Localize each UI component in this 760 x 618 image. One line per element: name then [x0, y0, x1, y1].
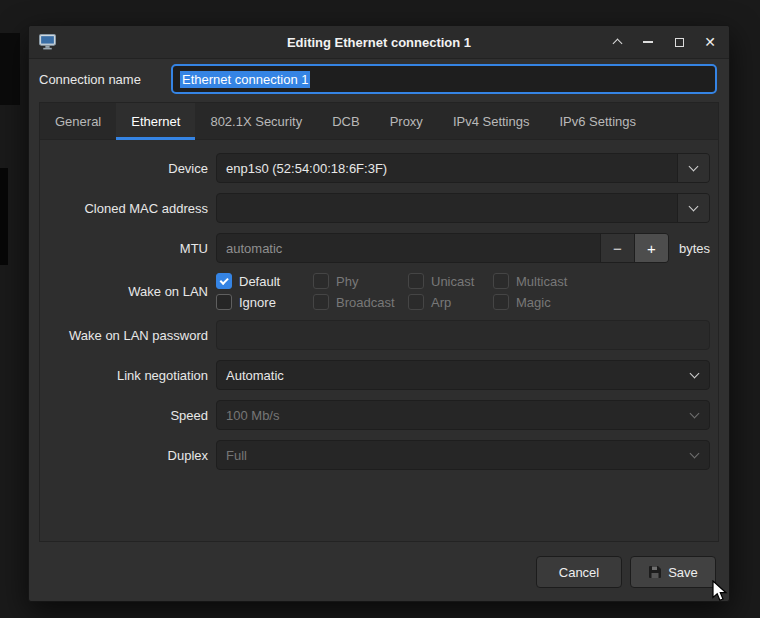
tab-bar: General Ethernet 802.1X Security DCB Pro… [40, 103, 718, 140]
maximize-button[interactable] [670, 33, 688, 51]
mtu-value[interactable]: automatic [217, 234, 600, 262]
checkbox-icon [408, 273, 424, 289]
wol-password-label: Wake on LAN password [48, 328, 208, 343]
wol-default-checkbox[interactable]: Default [216, 273, 313, 289]
wol-broadcast-checkbox: Broadcast [313, 294, 408, 310]
background-window-fragment [0, 33, 20, 105]
mtu-unit-label: bytes [679, 241, 710, 256]
device-dropdown-button[interactable] [677, 154, 709, 182]
speed-value: 100 Mb/s [217, 408, 679, 423]
device-combobox[interactable]: enp1s0 (52:54:00:18:6F:3F) [216, 153, 710, 183]
cloned-mac-label: Cloned MAC address [48, 201, 208, 216]
tab-proxy[interactable]: Proxy [375, 103, 438, 140]
checkbox-checked-icon [216, 273, 232, 289]
chevron-down-icon [689, 162, 699, 172]
speed-label: Speed [48, 408, 208, 423]
editing-connection-dialog: Editing Ethernet connection 1 ✕ Connecti… [28, 25, 730, 602]
mtu-label: MTU [48, 241, 208, 256]
checkbox-icon [313, 294, 329, 310]
link-negotiation-value: Automatic [217, 368, 679, 383]
duplex-label: Duplex [48, 448, 208, 463]
wol-unicast-checkbox: Unicast [408, 273, 493, 289]
maximize-icon [675, 38, 684, 47]
tab-ipv4-settings[interactable]: IPv4 Settings [438, 103, 545, 140]
chevron-down-icon [689, 202, 699, 212]
minimize-button[interactable] [639, 33, 657, 51]
wake-on-lan-options: Default Phy Unicast Multicast [216, 273, 567, 310]
cancel-button[interactable]: Cancel [536, 556, 622, 588]
close-icon: ✕ [704, 35, 716, 49]
close-button[interactable]: ✕ [701, 33, 719, 51]
wake-on-lan-label: Wake on LAN [48, 284, 208, 299]
tab-ethernet[interactable]: Ethernet [116, 103, 195, 140]
minimize-icon [643, 41, 653, 43]
device-value: enp1s0 (52:54:00:18:6F:3F) [217, 161, 677, 176]
checkbox-icon [493, 294, 509, 310]
tab-8021x-security[interactable]: 802.1X Security [195, 103, 317, 140]
background-window-fragment [0, 168, 8, 265]
save-button[interactable]: Save [630, 556, 716, 588]
checkbox-icon [313, 273, 329, 289]
shade-button[interactable] [608, 33, 626, 51]
tab-general[interactable]: General [40, 103, 116, 140]
connection-name-value: Ethernet connection 1 [180, 71, 310, 88]
cloned-mac-dropdown-button[interactable] [677, 194, 709, 222]
speed-combobox: 100 Mb/s [216, 400, 710, 430]
connection-name-input[interactable]: Ethernet connection 1 [171, 64, 717, 94]
device-label: Device [48, 161, 208, 176]
wol-multicast-checkbox: Multicast [493, 273, 567, 289]
checkbox-icon [408, 294, 424, 310]
wol-phy-checkbox: Phy [313, 273, 408, 289]
duplex-value: Full [217, 448, 679, 463]
wol-arp-checkbox: Arp [408, 294, 493, 310]
wol-ignore-checkbox[interactable]: Ignore [216, 294, 313, 310]
mtu-spinbutton[interactable]: automatic − + [216, 233, 669, 263]
mtu-decrement-button[interactable]: − [600, 234, 634, 262]
link-negotiation-combobox[interactable]: Automatic [216, 360, 710, 390]
checkbox-icon [493, 273, 509, 289]
window-title: Editing Ethernet connection 1 [287, 35, 471, 50]
wol-password-input [216, 320, 710, 350]
tab-dcb[interactable]: DCB [317, 103, 374, 140]
chevron-up-icon [612, 39, 622, 49]
app-icon [39, 34, 56, 50]
mtu-increment-button[interactable]: + [634, 234, 668, 262]
chevron-down-icon [679, 441, 709, 469]
chevron-down-icon [679, 401, 709, 429]
cloned-mac-combobox[interactable] [216, 193, 710, 223]
duplex-combobox: Full [216, 440, 710, 470]
save-icon [648, 565, 662, 579]
chevron-down-icon [679, 361, 709, 389]
wol-magic-checkbox: Magic [493, 294, 567, 310]
connection-name-label: Connection name [39, 72, 171, 87]
tab-ipv6-settings[interactable]: IPv6 Settings [544, 103, 651, 140]
ethernet-tab-content: Device enp1s0 (52:54:00:18:6F:3F) Cloned… [40, 140, 718, 470]
link-negotiation-label: Link negotiation [48, 368, 208, 383]
checkbox-icon [216, 294, 232, 310]
settings-notebook: General Ethernet 802.1X Security DCB Pro… [39, 102, 719, 542]
dialog-action-area: Cancel Save [29, 542, 729, 588]
titlebar[interactable]: Editing Ethernet connection 1 ✕ [29, 26, 729, 59]
